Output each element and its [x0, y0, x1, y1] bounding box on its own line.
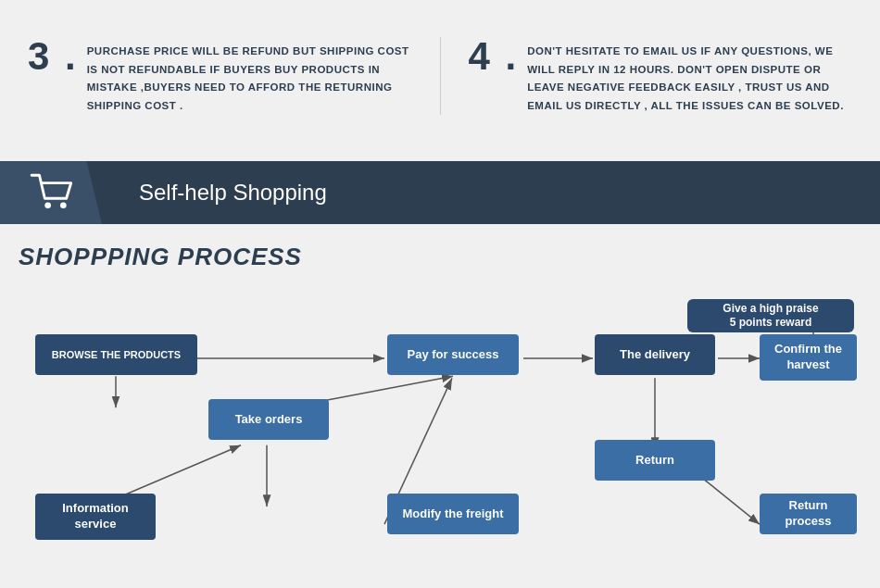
confirm-harvest-box: Confirm the harvest: [760, 334, 857, 381]
step4-block: 4 . DON'T HESITATE TO EMAIL US IF ANY QU…: [441, 19, 881, 133]
info-service-box: Information service: [35, 494, 156, 540]
step4-dot: .: [506, 37, 517, 76]
pay-success-box: Pay for success: [387, 334, 519, 375]
step3-text: PURCHASE PRICE WILL BE REFUND BUT SHIPPI…: [87, 37, 412, 115]
top-section: 3 . PURCHASE PRICE WILL BE REFUND BUT SH…: [0, 0, 880, 161]
modify-freight-box: Modify the freight: [387, 494, 519, 534]
section-title: SHOPPPING PROCESS: [19, 243, 861, 271]
browse-box: BROWSE THE PRODUCTS: [35, 334, 197, 375]
reward-text: Give a high praise 5 points reward: [723, 302, 818, 331]
step3-block: 3 . PURCHASE PRICE WILL BE REFUND BUT SH…: [0, 19, 440, 133]
return-box: Return: [595, 440, 715, 481]
cart-icon-wrap: [0, 161, 102, 224]
svg-point-1: [60, 203, 67, 209]
reward-box: Give a high praise 5 points reward: [687, 299, 854, 332]
take-orders-box: Take orders: [208, 399, 329, 440]
step4-number: 4: [469, 37, 502, 76]
banner: Self-help Shopping: [0, 161, 880, 224]
step3-dot: .: [65, 37, 76, 76]
cart-icon: [28, 169, 74, 216]
delivery-box: The delivery: [595, 334, 715, 375]
step4-text: DON'T HESITATE TO EMAIL US IF ANY QUESTI…: [527, 37, 852, 115]
flow-diagram: BROWSE THE PRODUCTS Take orders Pay for …: [19, 299, 861, 588]
shopping-section: SHOPPPING PROCESS: [0, 224, 880, 588]
step3-number: 3: [28, 37, 61, 76]
banner-title: Self-help Shopping: [139, 180, 327, 206]
return-process-box: Return process: [760, 494, 857, 534]
svg-point-0: [44, 203, 51, 209]
